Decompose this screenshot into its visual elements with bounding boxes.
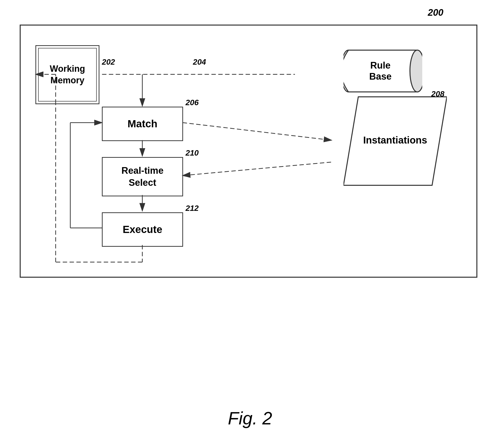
label-204: 204 — [193, 58, 206, 67]
real-time-select-label: Real-timeSelect — [121, 165, 163, 189]
label-210: 210 — [186, 148, 199, 158]
figure-number: 200 — [428, 7, 443, 18]
svg-point-4 — [410, 50, 422, 92]
working-memory-inner: WorkingMemory — [38, 48, 97, 101]
real-time-select-box: Real-timeSelect — [102, 157, 183, 196]
rule-base-svg: Rule Base — [344, 40, 422, 99]
match-label: Match — [127, 118, 157, 130]
outer-box: WorkingMemory 202 204 — [20, 25, 477, 278]
match-box: Match — [102, 107, 183, 141]
working-memory-label: WorkingMemory — [50, 63, 85, 86]
execute-box: Execute — [102, 212, 183, 247]
execute-label: Execute — [122, 224, 162, 235]
svg-text:Base: Base — [369, 71, 392, 81]
svg-rect-3 — [348, 50, 417, 92]
rule-base-container: Rule Base — [344, 40, 422, 99]
svg-line-25 — [183, 123, 331, 140]
svg-text:Instantiations: Instantiations — [363, 135, 427, 145]
instantiations-container: Instantiations — [344, 94, 447, 188]
page: 200 WorkingMemory 202 204 — [0, 0, 500, 448]
label-202: 202 — [102, 58, 115, 67]
label-208: 208 — [431, 89, 444, 98]
svg-text:Rule: Rule — [370, 60, 391, 71]
label-212: 212 — [186, 204, 199, 213]
working-memory-box: WorkingMemory — [35, 45, 99, 104]
instantiations-svg: Instantiations — [344, 94, 447, 188]
svg-line-26 — [183, 162, 331, 176]
figure-caption: Fig. 2 — [228, 408, 272, 428]
label-206: 206 — [186, 98, 199, 107]
